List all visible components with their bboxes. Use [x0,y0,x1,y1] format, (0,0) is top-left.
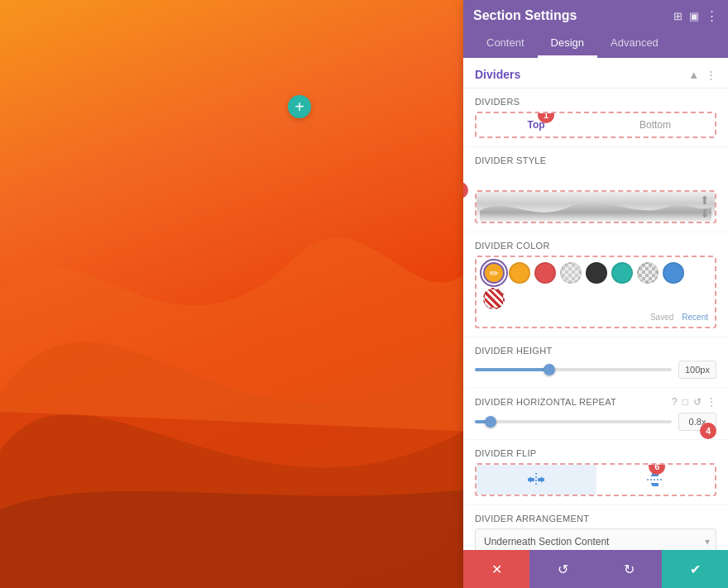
panel-body: Dividers ▲ ⋮ Dividers Top 1 Bottom Divid… [463,58,728,550]
divider-color-field: Divider Color 3 ✏ [463,232,728,337]
wave-layer-1 [0,0,463,588]
flip-horizontal-button[interactable] [477,465,596,495]
action-bar: ✕ ↺ ↻ ✔ [463,550,728,588]
divider-style-field: Divider Style 2 [463,147,728,232]
dividers-section-title: Dividers [475,68,520,81]
panel-tabs: Content Design Advanced [473,30,718,58]
divider-height-value[interactable]: 100px [678,361,716,379]
flip-vertical-button[interactable]: 6 [596,465,716,495]
divider-flip-toggle: 6 [475,463,716,496]
divider-height-label-row: Divider Height [475,346,716,356]
divider-arrangement-select[interactable]: Underneath Section Content On Top of Sec… [475,528,716,550]
badge-4: 4 [700,423,716,439]
recent-label[interactable]: Recent [682,313,708,322]
orange-swatch[interactable] [509,262,530,284]
svg-marker-3 [528,476,531,483]
more-options-icon[interactable]: ⋮ [706,8,718,23]
divider-height-slider-row: 100px [475,361,716,379]
collapse-icon[interactable]: ▲ [688,69,699,81]
more-icon[interactable]: ⋮ [706,396,716,408]
canvas-area: + [0,0,463,588]
eyedropper-swatch[interactable]: ✏ [483,262,505,284]
divider-color-swatches: ✏ [475,256,716,328]
horizontal-flip-icon [527,472,545,487]
add-section-button[interactable]: + [288,95,311,118]
reset-icon[interactable]: ↺ [693,396,702,408]
tab-content[interactable]: Content [473,30,538,58]
divider-style-label: Divider Style [475,155,716,165]
toggle-top-button[interactable]: Top 1 [477,113,596,136]
resize-icon[interactable]: ⊞ [673,10,682,22]
section-settings-panel: Section Settings ⊞ ▣ ⋮ Content Design Ad… [463,0,728,588]
panel-title-row: Section Settings ⊞ ▣ ⋮ [473,8,718,30]
striped-swatch[interactable] [483,288,505,309]
divider-height-label: Divider Height [475,346,552,356]
dividers-section-header: Dividers ▲ ⋮ [463,58,728,88]
divider-horizontal-repeat-label-row: Divider Horizontal Repeat ? □ ↺ ⋮ [475,396,716,408]
panel-title: Section Settings [473,8,577,23]
section-header-icons: ▲ ⋮ [688,69,716,81]
undo-button[interactable]: ↺ [529,550,596,588]
divider-position-toggle: Top 1 Bottom [475,112,716,138]
columns-icon[interactable]: ▣ [689,10,699,22]
divider-arrangement-field: Divider Arrangement Underneath Section C… [463,505,728,550]
blue-swatch[interactable] [663,262,684,284]
wave-preview-svg [480,192,711,222]
badge-1: 1 [538,112,554,123]
divider-horizontal-repeat-slider-thumb[interactable] [485,416,496,428]
divider-height-slider-thumb[interactable] [544,364,555,375]
tab-design[interactable]: Design [538,30,597,58]
help-icon[interactable]: ? [672,396,678,408]
swatches-row: ✏ [483,262,708,309]
canvas-background: + [0,0,463,588]
divider-horizontal-repeat-icons: ? □ ↺ ⋮ [672,396,716,408]
badge-2: 2 [463,182,468,198]
black-swatch[interactable] [586,262,607,284]
divider-style-select-wrapper: ⬆⬇ [475,190,716,223]
toggle-bottom-button[interactable]: Bottom [596,113,715,136]
divider-flip-field: Divider Flip 5 [463,440,728,505]
divider-height-slider-track[interactable] [475,368,672,371]
section-more-icon[interactable]: ⋮ [706,69,716,81]
divider-horizontal-repeat-label: Divider Horizontal Repeat [475,397,616,407]
divider-position-field: Dividers Top 1 Bottom [463,88,728,147]
svg-marker-4 [541,476,544,483]
divider-horizontal-repeat-field: Divider Horizontal Repeat ? □ ↺ ⋮ 4 0.8x [463,388,728,440]
divider-arrangement-label: Divider Arrangement [475,514,716,523]
divider-color-label: Divider Color [475,241,716,251]
checker-swatch-2[interactable] [637,262,659,284]
color-meta: Saved Recent [483,313,708,322]
divider-style-preview[interactable] [477,192,715,222]
panel-header: Section Settings ⊞ ▣ ⋮ Content Design Ad… [463,0,728,58]
divider-horizontal-repeat-slider-track[interactable] [475,420,672,423]
redo-button[interactable]: ↻ [596,550,662,588]
divider-flip-label: Divider Flip [475,448,716,458]
checker-swatch-1[interactable] [560,262,582,284]
divider-height-slider-fill [475,368,549,371]
red-swatch[interactable] [534,262,556,284]
tab-advanced[interactable]: Advanced [597,30,672,58]
divider-position-label: Dividers [475,97,716,107]
cancel-button[interactable]: ✕ [463,550,529,588]
panel-title-icons: ⊞ ▣ ⋮ [673,8,718,23]
divider-arrangement-select-wrapper: Underneath Section Content On Top of Sec… [475,528,716,550]
device-icon[interactable]: □ [682,396,688,408]
divider-height-field: Divider Height 100px [463,337,728,388]
divider-horizontal-repeat-slider-row: 0.8x [475,413,716,431]
teal-swatch[interactable] [611,262,633,284]
saved-label: Saved [650,313,673,322]
save-button[interactable]: ✔ [662,550,728,588]
